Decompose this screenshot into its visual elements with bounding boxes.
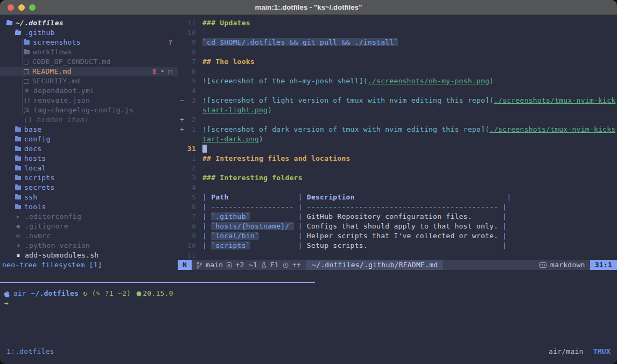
- tmux-pane-border-active[interactable]: [0, 282, 315, 283]
- tree-item[interactable]: (1 hidden item): [0, 115, 178, 125]
- tree-item[interactable]: workflows: [0, 47, 178, 57]
- tree-item[interactable]: scripts: [0, 173, 178, 183]
- editor-line[interactable]: 9`cd $HOME/.dotfiles && git pull && ./in…: [178, 38, 617, 47]
- editor-line[interactable]: 11: [178, 251, 617, 260]
- editor-line[interactable]: 6: [178, 67, 617, 76]
- line-number: 3: [184, 173, 196, 183]
- tree-item[interactable]: tools: [0, 202, 178, 212]
- editor-line[interactable]: tart-dark.png): [178, 134, 617, 144]
- gutter-sign: [178, 28, 184, 38]
- tree-item[interactable]: .github: [0, 28, 178, 38]
- line-text: | `hosts/{hostname}/` | Configs that sho…: [202, 222, 507, 231]
- tree-item[interactable]: CODE_OF_CONDUCT.md: [0, 57, 178, 67]
- line-text: | `local/bin` | Helper scripts that I've…: [202, 231, 507, 241]
- editor-line[interactable]: 5![screenshot of the oh-my-posh shell](.…: [178, 76, 617, 86]
- tree-item[interactable]: ∗.python-version: [0, 241, 178, 251]
- gutter-sign: [178, 192, 184, 202]
- line-number: 3: [184, 96, 196, 105]
- editor-line[interactable]: 4: [178, 86, 617, 96]
- folder-icon: [15, 31, 21, 35]
- prompt-arrow[interactable]: →: [4, 298, 9, 308]
- diff-icon: [227, 262, 232, 268]
- editor-line[interactable]: +2: [178, 115, 617, 125]
- editor-line[interactable]: 8| `hosts/{hostname}/` | Configs that sh…: [178, 222, 617, 231]
- folder-icon: [15, 166, 21, 170]
- line-text: | `scripts` | Setup scripts. |: [202, 241, 507, 251]
- tree-item[interactable]: {}renovate.json: [0, 96, 178, 105]
- line-number: 5: [184, 76, 196, 86]
- tmux-window-name[interactable]: 1:.dotfiles: [6, 347, 54, 356]
- file-icon: [24, 60, 29, 65]
- editor-line[interactable]: 9| `local/bin` | Helper scripts that I'v…: [178, 231, 617, 241]
- editor-line[interactable]: 10: [178, 28, 617, 38]
- tmux-status-bar: 1:.dotfiles air/main TMUX: [0, 347, 617, 356]
- editor-buffer[interactable]: 11### Updates109`cd $HOME/.dotfiles && g…: [178, 18, 617, 260]
- editor-line[interactable]: 11### Updates: [178, 18, 617, 28]
- editor-line[interactable]: 31: [178, 144, 617, 154]
- tree-item-label: workflows: [33, 47, 72, 57]
- folder-icon: [24, 40, 30, 45]
- tree-item[interactable]: base: [0, 125, 178, 134]
- tree-item[interactable]: local: [0, 163, 178, 173]
- line-number: 2: [184, 115, 196, 125]
- folder-icon: [15, 127, 21, 132]
- tree-item[interactable]: ◆.gitignore: [0, 222, 178, 231]
- editor-line[interactable]: 7## The looks: [178, 57, 617, 67]
- editor-line[interactable]: 10| `scripts` | Setup scripts. |: [178, 241, 617, 251]
- apple-icon: [4, 290, 10, 297]
- tree-item[interactable]: SECURITY.md: [0, 76, 178, 86]
- gutter-sign: [178, 202, 184, 212]
- shell-pane[interactable]: air ~/.dotfiles ↻ (✎ ?1 ~2) 20.15.0 → 1:…: [0, 270, 617, 364]
- tree-item-label: CODE_OF_CONDUCT.md: [32, 57, 110, 67]
- window-titlebar: main:1:.dotfiles - "ks~/.dotfiles": [0, 0, 617, 15]
- gutter-sign: ~: [178, 96, 184, 105]
- editor-line[interactable]: 4: [178, 183, 617, 192]
- minimize-button[interactable]: [18, 4, 25, 11]
- tree-item-label: config: [24, 134, 50, 144]
- markdown-icon: [539, 262, 546, 268]
- tree-item[interactable]: config: [0, 134, 178, 144]
- git-sync-icon: ↻: [83, 289, 87, 298]
- tree-item[interactable]: ◎.nvmrc: [0, 231, 178, 241]
- gutter-sign: [178, 212, 184, 222]
- line-text: `cd $HOME/.dotfiles && git pull && ./ins…: [202, 38, 398, 47]
- tree-item[interactable]: docs: [0, 144, 178, 154]
- line-text: ### Interesting folders: [202, 173, 303, 183]
- gutter-sign: [178, 154, 184, 163]
- editor-line[interactable]: 6| ------------------- | ---------------…: [178, 202, 617, 212]
- neotree-sidebar[interactable]: ~/.dotfiles.githubscreenshots?workflowsC…: [0, 18, 178, 260]
- editor-line[interactable]: 5| Path | Description |: [178, 192, 617, 202]
- editor-line[interactable]: 8: [178, 47, 617, 57]
- tree-item-label: add-submodules.sh: [25, 251, 99, 260]
- gutter-sign: [178, 38, 184, 47]
- tmux-pane-border-inactive[interactable]: [315, 282, 617, 282]
- tree-item[interactable]: hosts: [0, 154, 178, 163]
- editor-line[interactable]: ~3![screenshot of light version of tmux …: [178, 96, 617, 105]
- editor-line[interactable]: 2: [178, 163, 617, 173]
- gutter-sign: [178, 231, 184, 241]
- zoom-button[interactable]: [29, 4, 36, 11]
- tree-item[interactable]: screenshots?: [0, 38, 178, 47]
- tree-item[interactable]: ▸.editorconfig: [0, 212, 178, 222]
- tree-item[interactable]: ~/.dotfiles: [0, 18, 178, 28]
- terminal-screen: ~/.dotfiles.githubscreenshots?workflowsC…: [0, 15, 617, 364]
- editor-line[interactable]: +1![screenshot of dark version of tmux w…: [178, 125, 617, 134]
- line-number: 9: [184, 231, 196, 241]
- lualine-statusline: N main +2 ~1 E1: [178, 260, 617, 270]
- tree-item[interactable]: ssh: [0, 192, 178, 202]
- editor-line[interactable]: 7| `.github` | GitHub Repository configu…: [178, 212, 617, 222]
- editor-line[interactable]: start-light.png): [178, 105, 617, 115]
- editor-line[interactable]: 1## Interesting files and locations: [178, 154, 617, 163]
- gutter-sign: [178, 222, 184, 231]
- editor-line[interactable]: 3### Interesting folders: [178, 173, 617, 183]
- gutter-sign: [178, 86, 184, 96]
- tree-item[interactable]: secrets: [0, 183, 178, 192]
- tree-item[interactable]: ▪add-submodules.sh: [0, 251, 178, 260]
- tree-item[interactable]: JStag-changelog-config.js: [0, 105, 178, 115]
- tree-item[interactable]: ⚙dependabot.yml: [0, 86, 178, 96]
- tree-item[interactable]: README.mdE•□: [0, 67, 178, 76]
- git-status-badges: E•□: [153, 67, 172, 76]
- terminal-window: main:1:.dotfiles - "ks~/.dotfiles" ~/.do…: [0, 0, 617, 364]
- close-button[interactable]: [8, 4, 14, 11]
- line-number: 5: [184, 192, 196, 202]
